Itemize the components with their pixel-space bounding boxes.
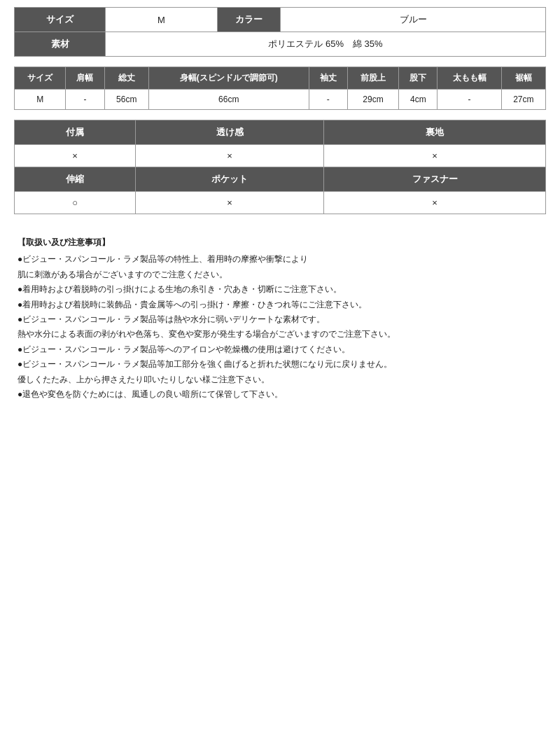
note-item: ●退色や変色を防ぐためには、風通しの良い暗所にて保管して下さい。 <box>18 387 542 401</box>
size-col-value: 66cm <box>148 90 309 110</box>
features-value-row2: ○ × × <box>15 192 546 214</box>
features-header-row2: 伸縮 ポケット ファスナー <box>15 167 546 192</box>
note-item: ●ビジュー・スパンコール・ラメ製品等加工部分を強く曲げると折れた状態になり元に戻… <box>18 357 542 371</box>
size-col-header: サイズ <box>15 67 66 90</box>
feature-val-lining: × <box>324 145 546 167</box>
size-col-value: 56cm <box>104 90 148 110</box>
feature-val-attachment: × <box>15 145 136 167</box>
feature-val-pocket: × <box>136 192 324 214</box>
note-item: ●着用時および着脱時の引っ掛けによる生地の糸引き・穴あき・切断にご注意下さい。 <box>18 282 542 296</box>
main-info-table: サイズ M カラー ブルー 素材 ポリエステル 65% 綿 35% <box>14 7 546 57</box>
feature-label-attachment: 付属 <box>15 120 136 145</box>
note-item: 肌に刺激がある場合がございますのでご注意ください。 <box>18 267 542 281</box>
color-value-cell: ブルー <box>281 8 546 32</box>
note-item: 優しくたたみ、上から押さえたり叩いたりしない様ご注意下さい。 <box>18 372 542 386</box>
size-col-value: - <box>66 90 104 110</box>
note-item: ●ビジュー・スパンコール・ラメ製品等へのアイロンや乾燥機の使用は避けてください。 <box>18 342 542 356</box>
size-col-value: 4cm <box>399 90 438 110</box>
note-item: ●ビジュー・スパンコール・ラメ製品等の特性上、着用時の摩擦や衝撃により <box>18 252 542 266</box>
feature-val-transparency: × <box>136 145 324 167</box>
notes-section: 【取扱い及び注意事項】 ●ビジュー・スパンコール・ラメ製品等の特性上、着用時の摩… <box>14 228 546 409</box>
size-col-value: 27cm <box>501 90 545 110</box>
color-label-cell: カラー <box>218 8 281 32</box>
material-label-cell: 素材 <box>15 32 106 57</box>
size-detail-table: サイズ肩幅総丈身幅(スピンドルで調節可)袖丈前股上股下太もも幅裾幅 M-56cm… <box>14 67 546 110</box>
note-item: 熱や水分による表面の剥がれや色落ち、変色や変形が発生する場合がございますのでご注… <box>18 327 542 341</box>
feature-val-fastener: × <box>324 192 546 214</box>
feature-label-stretch: 伸縮 <box>15 167 136 192</box>
material-value-cell: ポリエステル 65% 綿 35% <box>106 32 546 57</box>
size-col-value: - <box>438 90 501 110</box>
size-col-header: 裾幅 <box>501 67 545 90</box>
size-label-cell: サイズ <box>15 8 106 32</box>
notes-items-container: ●ビジュー・スパンコール・ラメ製品等の特性上、着用時の摩擦や衝撃により肌に刺激が… <box>18 252 542 401</box>
notes-title: 【取扱い及び注意事項】 <box>18 235 542 249</box>
size-col-header: 総丈 <box>104 67 148 90</box>
feature-label-lining: 裏地 <box>324 120 546 145</box>
size-col-header: 袖丈 <box>309 67 347 90</box>
features-table: 付属 透け感 裏地 × × × 伸縮 ポケット ファスナー ○ × × <box>14 120 546 214</box>
feature-label-transparency: 透け感 <box>136 120 324 145</box>
size-col-header: 太もも幅 <box>438 67 501 90</box>
size-col-value: 29cm <box>347 90 398 110</box>
feature-val-stretch: ○ <box>15 192 136 214</box>
size-value-cell: M <box>106 8 218 32</box>
note-item: ●ビジュー・スパンコール・ラメ製品等は熱や水分に弱いデリケートな素材です。 <box>18 312 542 326</box>
feature-label-pocket: ポケット <box>136 167 324 192</box>
size-col-header: 股下 <box>399 67 438 90</box>
features-value-row1: × × × <box>15 145 546 167</box>
size-col-header: 前股上 <box>347 67 398 90</box>
size-col-header: 身幅(スピンドルで調節可) <box>148 67 309 90</box>
features-header-row1: 付属 透け感 裏地 <box>15 120 546 145</box>
size-col-value: M <box>15 90 66 110</box>
size-data-row: M-56cm66cm-29cm4cm-27cm <box>15 90 546 110</box>
size-col-header: 肩幅 <box>66 67 104 90</box>
feature-label-fastener: ファスナー <box>324 167 546 192</box>
size-col-value: - <box>309 90 347 110</box>
note-item: ●着用時および着脱時に装飾品・貴金属等への引っ掛け・摩擦・ひきつれ等にご注意下さ… <box>18 298 542 312</box>
size-header-row: サイズ肩幅総丈身幅(スピンドルで調節可)袖丈前股上股下太もも幅裾幅 <box>15 67 546 90</box>
